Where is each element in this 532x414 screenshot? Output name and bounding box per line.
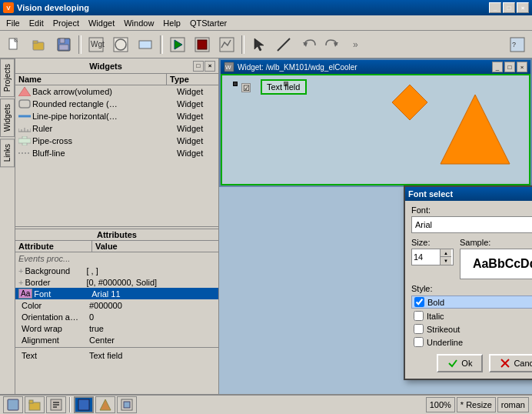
side-tab-widgets[interactable]: Widgets — [0, 98, 15, 137]
menu-edit[interactable]: Edit — [25, 17, 48, 29]
attr-row-alignment[interactable]: Alignment Center — [15, 334, 218, 346]
tb-redo[interactable] — [321, 34, 344, 55]
size-down[interactable]: ▼ — [441, 257, 451, 265]
attr-col-header: Attribute Value — [15, 241, 218, 252]
attr-row-font[interactable]: Aa Font Arial 11 — [15, 288, 218, 299]
bt-btn3[interactable] — [46, 396, 66, 413]
tb-save[interactable] — [52, 34, 75, 55]
sample-section: Sample: AaBbCcDdEeFf — [460, 238, 532, 279]
bold-checkbox[interactable] — [414, 297, 424, 307]
strikeout-checkbox[interactable] — [414, 324, 424, 334]
attr-val-orient: 0 — [89, 312, 94, 322]
font-icon: Aa — [18, 289, 32, 299]
widget-row[interactable]: Bluff-line Widget — [15, 147, 218, 159]
widget-window-title: W Widget: /wlb_KM101/wdg_elCooler _ □ × — [221, 60, 530, 74]
ww-minimize[interactable]: _ — [492, 62, 503, 72]
tb-widget1[interactable]: Wgt — [85, 34, 108, 55]
bold-checkbox-label[interactable]: Bold — [411, 295, 532, 309]
attr-row-border[interactable]: + Border [0, #000000, Solid] — [15, 276, 218, 288]
attr-row-background[interactable]: + Background [ , ] — [15, 265, 218, 276]
menu-help[interactable]: Help — [158, 17, 185, 29]
triangle-widget[interactable] — [437, 91, 514, 169]
toolbar: Wgt » ? — [0, 31, 532, 58]
size-input-wrapper: ▲ ▼ — [411, 249, 454, 265]
svg-rect-25 — [19, 100, 30, 108]
size-up[interactable]: ▲ — [441, 249, 451, 257]
menu-window[interactable]: Window — [119, 17, 158, 29]
tb-new[interactable] — [3, 34, 26, 55]
maximize-button[interactable]: □ — [503, 2, 515, 13]
col-scroll-space — [209, 74, 218, 85]
svg-marker-50 — [100, 399, 111, 410]
tb-extra[interactable]: ? — [506, 34, 529, 55]
font-label: Font: — [411, 205, 532, 215]
widget-window: W Widget: /wlb_KM101/wdg_elCooler _ □ × … — [219, 58, 532, 187]
bt-btn5[interactable] — [95, 396, 115, 413]
bottom-status: 100% * Resize roman — [426, 397, 529, 412]
tb-open[interactable] — [28, 34, 51, 55]
svg-text:»: » — [353, 39, 358, 50]
tb-widget3[interactable] — [134, 34, 157, 55]
svg-rect-15 — [198, 40, 207, 49]
sample-label: Sample: — [460, 238, 532, 247]
widget-row[interactable]: Line-pipe horizontal(… Widget — [15, 110, 218, 122]
strikeout-checkbox-label[interactable]: Strikeout — [411, 323, 532, 335]
widget-row[interactable]: Ruler Widget — [15, 122, 218, 135]
widget-checkbox[interactable]: ☑ — [241, 83, 251, 92]
attr-val-border: [0, #000000, Solid] — [86, 278, 157, 287]
widgets-expand[interactable]: □ — [193, 61, 204, 72]
ok-label: Ok — [461, 359, 472, 368]
tb-run[interactable] — [166, 34, 189, 55]
tb-widget2[interactable] — [109, 34, 132, 55]
italic-checkbox[interactable] — [414, 311, 424, 321]
size-input[interactable] — [412, 249, 440, 265]
attr-row-color[interactable]: Color #000000 — [15, 299, 218, 311]
minimize-button[interactable]: _ — [489, 2, 501, 13]
widget-row[interactable]: Pipe-cross Widget — [15, 135, 218, 147]
ww-maximize[interactable]: □ — [504, 62, 515, 72]
menu-widget[interactable]: Widget — [84, 17, 119, 29]
bold-label: Bold — [427, 298, 444, 307]
expand-icon: + — [18, 278, 23, 287]
svg-marker-19 — [303, 42, 308, 47]
tb-line[interactable] — [272, 34, 295, 55]
menu-file[interactable]: File — [2, 17, 25, 29]
tb-select[interactable] — [248, 34, 271, 55]
side-tab-links[interactable]: Links — [0, 139, 15, 167]
widget-row[interactable]: Back arrow(volumed) Widget — [15, 85, 218, 98]
canvas-content[interactable]: ☑ Text field — [221, 74, 530, 185]
menu-project[interactable]: Project — [48, 17, 84, 29]
font-input[interactable] — [412, 217, 532, 232]
bt-btn6[interactable] — [117, 396, 137, 413]
underline-checkbox-label[interactable]: Underline — [411, 336, 532, 348]
side-tab-projects[interactable]: Projects — [0, 58, 15, 97]
bt-btn4-selected[interactable] — [74, 396, 94, 413]
separator-2 — [160, 35, 163, 54]
bt-sep — [69, 397, 71, 412]
cancel-button[interactable]: Cancel — [489, 354, 532, 372]
widgets-section: Widgets □ × Name Type Back arrow(volumed… — [15, 58, 218, 226]
widget-row[interactable]: Rounded rectangle (… Widget — [15, 98, 218, 110]
bt-btn2[interactable] — [25, 396, 45, 413]
text-field-widget[interactable]: Text field — [261, 79, 307, 95]
tb-more[interactable]: » — [346, 34, 369, 55]
checkbox-area: ☑ — [241, 83, 251, 92]
tb-stop[interactable] — [191, 34, 214, 55]
attr-row-orientation[interactable]: Orientation a… 0 — [15, 311, 218, 322]
attr-row-text[interactable]: Text Text field — [15, 349, 218, 361]
attr-row-wordwrap[interactable]: Word wrap true — [15, 322, 218, 334]
attr-row-events[interactable]: Events proc... — [15, 252, 218, 265]
ww-close[interactable]: × — [517, 62, 527, 72]
diamond-widget[interactable] — [391, 83, 429, 123]
close-button[interactable]: × — [517, 2, 529, 13]
widgets-close[interactable]: × — [204, 61, 215, 72]
italic-checkbox-label[interactable]: Italic — [411, 310, 532, 322]
underline-checkbox[interactable] — [414, 337, 424, 347]
tb-undo[interactable] — [297, 34, 320, 55]
ok-button[interactable]: Ok — [437, 354, 483, 372]
bt-btn1[interactable] — [3, 396, 23, 413]
expand-icon: + — [18, 266, 23, 275]
tb-action1[interactable] — [215, 34, 238, 55]
menu-qtstarter[interactable]: QTStarter — [185, 17, 231, 29]
title-bar-buttons: _ □ × — [489, 2, 529, 13]
